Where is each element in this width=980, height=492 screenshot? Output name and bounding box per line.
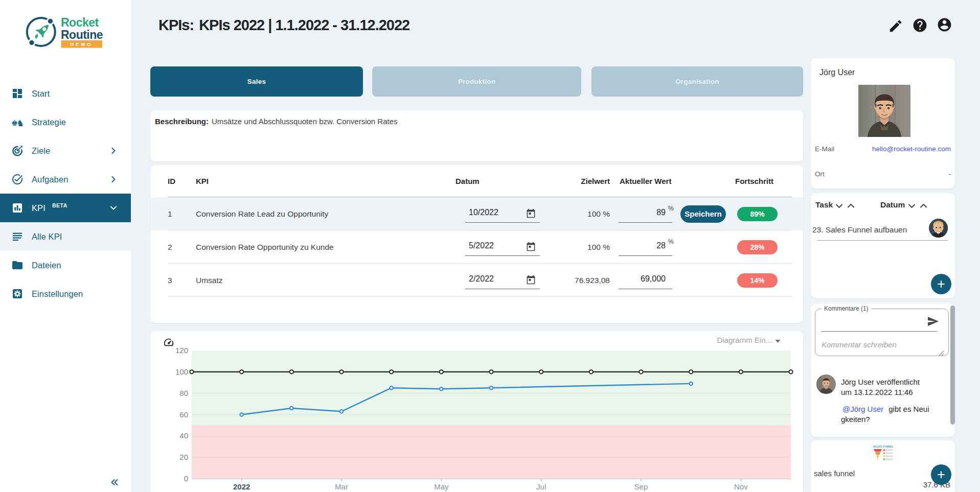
unit-suffix: %	[668, 238, 674, 245]
y-tick-label: 60	[179, 410, 188, 419]
chart-marker	[240, 370, 243, 373]
x-tick-label: Sep	[634, 482, 648, 491]
chart-marker	[390, 370, 393, 373]
task-check-icon	[11, 173, 24, 185]
chart-marker	[639, 370, 643, 373]
sort-datum-desc-icon[interactable]	[908, 203, 916, 208]
sort-task-desc-icon[interactable]	[835, 203, 843, 208]
date-input[interactable]: 2/2022	[465, 272, 540, 289]
collapse-sidebar-icon[interactable]	[109, 477, 120, 487]
sidebar-item-label: Aufgaben	[32, 175, 68, 184]
cell-kpi: Umsatz	[196, 276, 223, 285]
settings-icon	[11, 288, 24, 300]
tab-produktion[interactable]: Produktion	[372, 66, 581, 97]
comment-author-avatar	[816, 374, 836, 394]
beta-badge: BETA	[52, 202, 67, 208]
sort-datum-asc-icon[interactable]	[920, 203, 927, 208]
chart-marker	[689, 370, 693, 373]
col-header-aktueller-wert: Aktueller Wert	[620, 165, 671, 197]
y-tick-label: 40	[179, 431, 188, 440]
resize-handle-icon[interactable]	[939, 350, 944, 356]
sidebar-item-strategie[interactable]: ♚ ♞ Strategie	[0, 108, 131, 136]
tab-organisation[interactable]: Organisation	[591, 66, 803, 97]
add-task-button[interactable]: +	[931, 274, 951, 294]
sidebar-item-aufgaben[interactable]: Aufgaben	[0, 165, 131, 194]
email-label: E-Mail	[815, 145, 834, 153]
chevron-down-icon	[109, 204, 118, 212]
chevron-right-icon	[109, 147, 118, 155]
sort-datum-label: Datum	[880, 200, 905, 209]
sidebar-item-alle-kpi[interactable]: Alle KPI	[0, 222, 131, 251]
chart-marker	[739, 370, 743, 373]
folder-icon	[11, 259, 24, 271]
chart-marker	[440, 370, 443, 373]
chart-marker	[539, 370, 543, 373]
sidebar-item-label: KPIBETA	[32, 203, 67, 213]
attachment-thumbnail[interactable]: SALES FUNNEL	[871, 444, 896, 463]
edit-icon[interactable]	[888, 18, 903, 34]
task-item-title[interactable]: 23. Sales Funnel aufbauen	[812, 225, 907, 235]
sidebar-item-kpi[interactable]: KPIBETA	[0, 194, 131, 222]
comments-scrollbar[interactable]	[950, 306, 955, 425]
kpi-line-chart: 0204060801001202022MarMayJulSepNov	[150, 331, 803, 492]
y-tick-label: 120	[175, 346, 188, 355]
chart-marker	[390, 386, 393, 389]
sidebar-item-label: Start	[32, 89, 50, 99]
ort-value: -	[949, 170, 951, 178]
description-text: Umsätze und Abschlussquoten bzw. Convers…	[212, 117, 398, 126]
progress-badge: 89%	[737, 207, 778, 221]
x-tick-label: Jul	[536, 482, 546, 491]
aktueller-wert-input[interactable]: 28 %	[619, 239, 672, 256]
table-row[interactable]: 3 Umsatz 2/2022 76.923,08 69,000 14%	[150, 264, 803, 297]
svg-text:♞: ♞	[16, 119, 24, 128]
sort-task-asc-icon[interactable]	[847, 203, 855, 208]
chart-marker	[340, 410, 343, 413]
aktueller-wert-input[interactable]: 89 %	[619, 205, 672, 223]
aktueller-wert-input[interactable]: 69,000	[619, 272, 672, 289]
comment-input-underline	[821, 331, 937, 332]
cell-zielwert: 76.923,08	[575, 276, 610, 285]
help-icon[interactable]	[912, 17, 927, 33]
save-button[interactable]: Speichern	[680, 205, 726, 223]
sidebar-item-label: Strategie	[32, 118, 66, 127]
cell-kpi: Conversion Rate Opportunity zu Kunde	[196, 243, 334, 252]
chart-band	[192, 425, 791, 479]
sidebar-item-ziele[interactable]: Ziele	[0, 136, 131, 165]
x-tick-label: 2022	[233, 482, 250, 491]
col-header-id: ID	[168, 165, 175, 197]
x-tick-label: May	[434, 482, 449, 491]
dashboard-icon	[11, 87, 24, 100]
add-attachment-button[interactable]: +	[931, 464, 951, 485]
calendar-icon[interactable]	[526, 242, 536, 251]
thumbnail-title: SALES FUNNEL	[873, 446, 894, 448]
comments-card: Kommentare (1) Kommentar schreiben Jörg …	[811, 303, 955, 437]
date-input[interactable]: 10/2022	[465, 205, 540, 223]
date-input[interactable]: 5/2022	[465, 239, 540, 256]
sidebar: Rocket Routine DEMO Start ♚ ♞ Strategie	[0, 0, 131, 492]
email-link[interactable]: hello@rocket-routine.com	[872, 145, 951, 153]
y-tick-label: 20	[179, 453, 188, 461]
comments-legend: Kommentare (1)	[822, 305, 871, 312]
profile-name: Jörg User	[819, 68, 855, 77]
calendar-icon[interactable]	[526, 275, 536, 285]
tasks-card: Task Datum 23. Sales Funnel aufbauen +	[811, 193, 955, 298]
table-row[interactable]: 2 Conversion Rate Opportunity zu Kunde 5…	[150, 230, 803, 264]
tab-sales[interactable]: Sales	[150, 66, 363, 97]
y-tick-label: 100	[175, 367, 188, 376]
sidebar-item-start[interactable]: Start	[0, 79, 131, 108]
cell-id: 1	[168, 209, 172, 219]
target-icon	[11, 145, 24, 157]
calendar-icon[interactable]	[526, 208, 536, 218]
kpi-table-card: ID KPI Datum Zielwert Aktueller Wert For…	[150, 165, 803, 323]
cell-id: 2	[168, 243, 172, 252]
table-row[interactable]: 1 Conversion Rate Lead zu Opportunity 10…	[150, 197, 803, 230]
profile-photo	[858, 85, 910, 137]
sidebar-item-dateien[interactable]: Dateien	[0, 251, 131, 279]
send-icon[interactable]	[927, 315, 939, 327]
cell-zielwert: 100 %	[587, 209, 610, 219]
comment-input-placeholder[interactable]: Kommentar schreiben	[822, 340, 897, 349]
col-header-kpi: KPI	[196, 165, 209, 197]
account-icon[interactable]	[937, 17, 952, 32]
mention-link[interactable]: @Jörg User	[842, 405, 883, 413]
sidebar-item-einstellungen[interactable]: Einstellungen	[0, 279, 131, 308]
